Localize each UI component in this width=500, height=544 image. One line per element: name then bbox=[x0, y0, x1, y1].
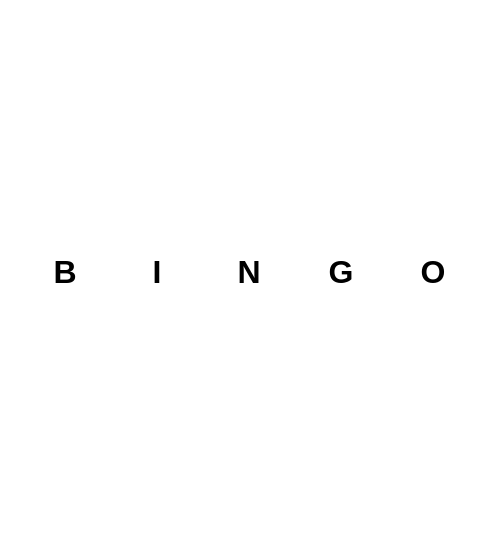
bingo-card: BINGO bbox=[20, 248, 480, 297]
header-letter: B bbox=[20, 248, 112, 297]
header-letter: G bbox=[296, 248, 388, 297]
bingo-header: BINGO bbox=[20, 248, 480, 297]
header-letter: I bbox=[112, 248, 204, 297]
header-letter: N bbox=[204, 248, 296, 297]
header-letter: O bbox=[388, 248, 480, 297]
